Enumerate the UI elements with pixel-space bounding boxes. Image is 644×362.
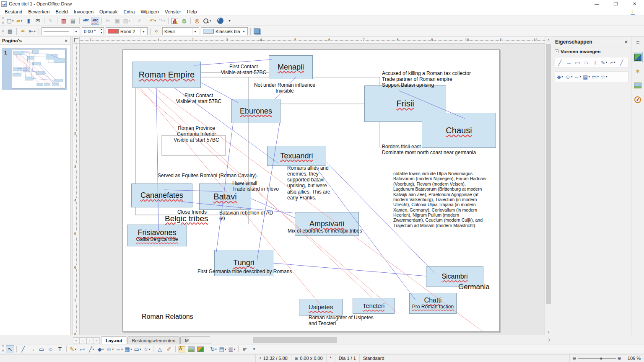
cursor-position[interactable]: ⌖12.32 / 5.88 [256, 354, 291, 362]
edit-points-button[interactable]: △ [156, 345, 164, 353]
page-nav-button[interactable]: › [86, 337, 93, 344]
horizontal-scrollbar-track[interactable] [189, 337, 549, 343]
block-arrows-button[interactable]: ⇔▾ [574, 73, 582, 80]
zoom-out-icon[interactable]: ⊖ [572, 356, 576, 361]
annotation-text[interactable]: Roman Relations [142, 313, 211, 321]
annotation-text[interactable]: Romans allies and enemies, they supporte… [287, 165, 342, 201]
save-button[interactable]: ▮ [24, 17, 33, 25]
tribe-box-cananefates[interactable]: Cananefates [131, 184, 192, 207]
line-45-button[interactable]: ╱▾ [87, 345, 96, 353]
slide-indicator[interactable]: Dia 1 / 1 [335, 354, 360, 362]
navigator-button[interactable]: ◎ [193, 17, 201, 25]
object-size[interactable]: ⊞0.00 x 0.00 [291, 354, 327, 362]
shadow-button[interactable] [253, 27, 261, 35]
annotation-text[interactable]: Not under Roman influence Invisible [247, 82, 322, 94]
menu-venster[interactable]: Venster [162, 8, 184, 15]
tribe-box-frisiavones[interactable]: FrisiavonesGallia Belgica tribe [127, 225, 187, 246]
scroll-down-icon[interactable]: ˅ [545, 329, 552, 335]
email-button[interactable]: ✉ [34, 17, 42, 25]
flowchart-button[interactable]: ▦▾ [124, 345, 132, 353]
insert-connector-button[interactable]: ⌐▾ [609, 59, 617, 66]
insert-arrow-button[interactable]: → [565, 59, 573, 66]
maximize-button[interactable]: ❐ [606, 0, 625, 8]
modified-flag[interactable]: * [327, 354, 335, 362]
zoom-button[interactable]: ▾ [202, 17, 212, 25]
copy-button[interactable]: ▣ [113, 17, 122, 25]
vertical-scrollbar-thumb[interactable] [546, 44, 551, 304]
menu-wijzigen[interactable]: Wijzigen [138, 8, 161, 15]
annotation-text[interactable]: Roman slaughter of Usipetes and Tencteri [309, 315, 388, 326]
insert-text-button[interactable]: T [591, 59, 599, 66]
annotation-text[interactable]: Served as Equites Romani (Roman Cavalry)… [158, 173, 275, 178]
vertical-ruler[interactable]: 12345678 [73, 44, 80, 335]
minimize-button[interactable]: — [587, 0, 606, 8]
block-arrows-button[interactable]: ⇔▾ [115, 345, 123, 353]
annotation-text[interactable]: Borders frisii east Dominate most north … [382, 144, 495, 155]
tribe-box-eburones[interactable]: Eburones [231, 99, 280, 123]
menu-extra[interactable]: Extra [121, 8, 138, 15]
tribe-box-roman-empire[interactable]: Roman Empire [132, 62, 201, 88]
tab-besturingselementen[interactable]: Besturingselementen [127, 336, 180, 344]
print-button[interactable]: ▤ [69, 17, 77, 25]
symbol-shapes-button[interactable]: ☺▾ [106, 345, 114, 353]
gallery-button[interactable]: ◍ [180, 17, 188, 25]
fontwork-button[interactable]: A [178, 345, 186, 353]
stepper-arrows-icon[interactable]: ▲▼ [99, 28, 104, 34]
styles-button[interactable]: ▩ [6, 27, 14, 35]
rectangle-button[interactable]: ▭ [37, 345, 46, 353]
toolbar-grip[interactable] [2, 17, 4, 25]
insert-shapes-section-header[interactable]: − Vormen invoegen [552, 47, 631, 55]
fill-type-select[interactable]: Kleur [162, 27, 199, 35]
line-style-select[interactable] [42, 27, 80, 35]
vertical-scrollbar[interactable]: ˄ ˅ [545, 37, 552, 335]
sidebar-settings-button[interactable]: ≡ [633, 38, 643, 48]
basic-shapes-button[interactable]: ◆▾ [556, 73, 564, 80]
redo-button[interactable]: ↷▾ [158, 17, 166, 25]
paste-button[interactable]: ▧▾ [122, 17, 131, 25]
gallery-button[interactable]: ✶ [633, 66, 643, 76]
callouts-button[interactable]: ▭▾ [133, 345, 142, 353]
callouts-button[interactable]: ▭▾ [591, 73, 599, 80]
gallery-button[interactable] [196, 345, 205, 353]
fill-color-select[interactable]: Klassiek bla [201, 27, 248, 35]
annotation-text[interactable]: Mix of eburones or menapii tribes [288, 228, 376, 234]
line-width-stepper[interactable]: 0.00 " ▲▼ [82, 27, 104, 35]
tribe-box-chatti[interactable]: ChattiPro Roman faction [409, 293, 457, 314]
menu-beeld[interactable]: Beeld [52, 8, 70, 15]
tribe-box-usipetes[interactable]: Usipetes [299, 299, 343, 315]
symbol-shapes-button[interactable]: ☺▾ [565, 73, 573, 80]
annotation-text[interactable]: notable towns include Ulpia Noviomagus B… [393, 171, 486, 228]
page-nav-button[interactable]: « [73, 337, 80, 344]
annotation-text[interactable]: Roman Province Germania Inferior Visible… [164, 125, 229, 143]
edit-file-button[interactable]: ✎ [47, 17, 55, 25]
close-icon[interactable]: ✕ [624, 39, 628, 45]
help-button[interactable]: ? [216, 17, 225, 25]
annotation-text[interactable]: Belgic tribes [165, 214, 226, 223]
line-button[interactable]: ✒ [19, 27, 27, 35]
menu-opmaak[interactable]: Opmaak [96, 8, 120, 15]
stars-button[interactable]: ☆▾ [600, 73, 608, 80]
clone-formatting-button[interactable]: ✐ [135, 17, 144, 25]
tribe-box-tencteri[interactable]: Tencteri [353, 298, 395, 314]
scroll-right-icon[interactable]: › [549, 337, 550, 343]
toolbar-grip[interactable] [2, 345, 4, 353]
page-nav-button[interactable]: » [93, 337, 100, 344]
tab-lay-out[interactable]: Lay-out [101, 336, 127, 344]
text-button[interactable]: T [56, 345, 64, 353]
annotation-text[interactable]: Germania [458, 283, 498, 291]
insert-ellipse-button[interactable]: ○ [581, 59, 592, 66]
close-button[interactable]: ✕ [625, 0, 644, 8]
menu-bewerken[interactable]: Bewerken [25, 8, 52, 15]
annotation-text[interactable]: First Germania tribe described by Romans [197, 269, 306, 274]
page-style[interactable]: Standaard [360, 354, 388, 362]
insert-line-45-button[interactable]: ╱ [618, 59, 626, 66]
select-button[interactable]: ↖ [6, 345, 14, 353]
insert-curve-button[interactable]: ✎▾ [600, 59, 608, 66]
interaction-button[interactable]: ☛ [241, 345, 249, 353]
collapse-icon[interactable]: − [555, 49, 558, 53]
rotate-button[interactable]: ↻▾ [209, 345, 218, 353]
ellipse-button[interactable]: ○ [47, 345, 55, 353]
drawing-canvas[interactable]: Roman EmpireMenapiiEburonesFrisiiChausiT… [80, 44, 545, 335]
align-button[interactable]: ▤▾ [218, 345, 227, 353]
close-icon[interactable]: ✕ [65, 39, 68, 43]
